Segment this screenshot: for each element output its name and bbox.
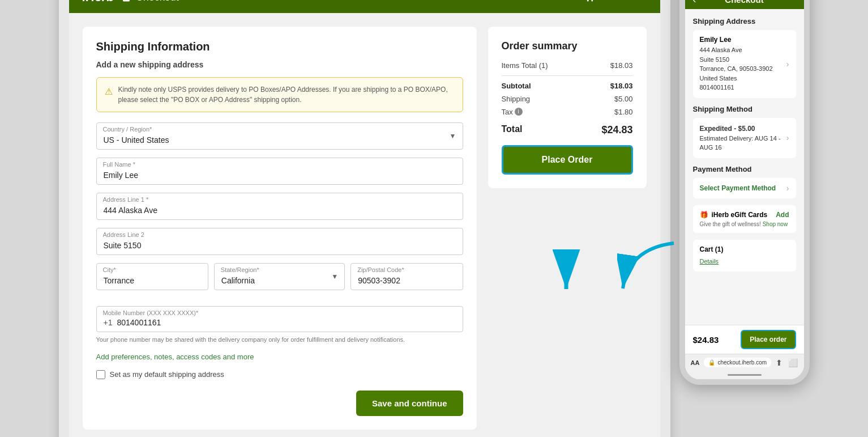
country-label: Country / Region* <box>103 126 152 133</box>
default-address-checkbox[interactable] <box>96 370 105 379</box>
place-order-button[interactable]: Place Order <box>502 145 633 175</box>
shipping-subtitle: Add a new shipping address <box>96 60 463 69</box>
shop-now-link[interactable]: Shop now <box>763 221 788 227</box>
phone-url-domain[interactable]: 🔒 checkout.iherb.com <box>704 358 771 367</box>
address1-label: Address Line 1 * <box>103 196 149 203</box>
header-left: iHerb Checkout <box>83 0 179 5</box>
warning-icon: ⚠ <box>105 85 113 105</box>
items-total-label: Items Total (1) <box>502 61 548 70</box>
phone-checkout-title: Checkout <box>725 0 763 5</box>
phone-shipping-address-title: Shipping Address <box>693 17 796 26</box>
items-total-value: $18.03 <box>610 61 633 70</box>
state-field: State/Region* California ▼ <box>214 263 345 290</box>
iherb-logo: iHerb <box>83 0 114 5</box>
save-continue-button[interactable]: Save and continue <box>356 391 463 416</box>
order-summary-title: Order summary <box>502 40 633 52</box>
subtotal-label: Subtotal <box>502 82 531 90</box>
city-label: City* <box>103 266 116 273</box>
address2-input[interactable] <box>96 228 463 255</box>
return-to-cart-label: Return to cart <box>598 0 647 2</box>
phone-shipping-method: Expedited - $5.00 <box>700 124 786 134</box>
payment-chevron-icon: › <box>786 184 789 193</box>
subtotal-row: Subtotal $18.03 <box>502 82 633 90</box>
phone-input[interactable] <box>117 318 455 327</box>
order-panel: Order summary Items Total (1) $18.03 Sub… <box>488 27 647 188</box>
address-chevron-icon: › <box>786 60 789 69</box>
phone-delivery-estimate: Estimated Delivery: AUG 14 - AUG 16 <box>700 134 786 152</box>
lock-small-icon: 🔒 <box>708 359 715 366</box>
phone-label: Mobile Number (XXX XXX XXXX)* <box>103 309 199 316</box>
phone-cart-details-link[interactable]: Details <box>700 258 719 265</box>
phone-select-payment-link[interactable]: Select Payment Method <box>700 184 776 192</box>
phone-gift-card-section: 🎁 iHerb eGift Cards Add Give the gift of… <box>693 205 796 233</box>
shipping-chevron-icon: › <box>786 133 789 142</box>
phone-cart-section: Cart (1) Details <box>693 240 796 271</box>
address2-label: Address Line 2 <box>103 231 144 238</box>
gift-card-title-text: iHerb eGift Cards <box>712 211 768 219</box>
phone-url-text: checkout.iherb.com <box>717 359 767 366</box>
default-address-row: Set as my default shipping address <box>96 370 463 379</box>
lock-icon <box>121 0 131 2</box>
cart-icon <box>585 0 595 2</box>
items-total-row: Items Total (1) $18.03 <box>502 61 633 70</box>
total-row: Total $24.83 <box>502 124 633 136</box>
phone-gift-add-button[interactable]: Add <box>776 211 789 219</box>
share-icon[interactable]: ⬆ <box>776 358 783 367</box>
phone-address-line3: Torrance, CA, 90503-3902 <box>700 64 773 74</box>
country-field: Country / Region* US - United States ▼ <box>96 122 463 150</box>
tax-info-icon: i <box>515 108 523 116</box>
city-field: City* <box>96 263 208 290</box>
address1-input[interactable] <box>96 193 463 220</box>
phone-bottom-bar: $24.83 Place order <box>685 325 804 354</box>
zip-label: Zip/Postal Code* <box>357 266 404 273</box>
phone-header: ‹ Checkout <box>685 0 804 9</box>
phone-content[interactable]: Shipping Address Emily Lee 444 Alaska Av… <box>685 9 804 325</box>
phone-cart-total: $24.83 <box>693 335 719 345</box>
phone-url-bar[interactable]: AA 🔒 checkout.iherb.com ⬆ ⬜ ⊞ <box>685 354 804 371</box>
warning-text: Kindly note only USPS provides delivery … <box>118 84 455 105</box>
zip-field: Zip/Postal Code* <box>350 263 463 290</box>
phone-nav-icons: ⬆ ⬜ ⊞ <box>776 358 809 367</box>
phone-shipping-card[interactable]: Expedited - $5.00 Estimated Delivery: AU… <box>693 118 796 158</box>
order-divider <box>502 75 633 76</box>
phone-address-phone: 8014001161 <box>700 83 773 92</box>
home-bar-line <box>728 374 762 376</box>
phone-place-order-button[interactable]: Place order <box>741 330 796 349</box>
phone-address-card[interactable]: Emily Lee 444 Alaska Ave Suite 5150 Torr… <box>693 30 796 98</box>
phone-url-aa[interactable]: AA <box>691 359 700 366</box>
main-content: Shipping Information Add a new shipping … <box>69 13 660 437</box>
warning-box: ⚠ Kindly note only USPS provides deliver… <box>96 77 463 112</box>
phone-address-country: United States <box>700 74 773 83</box>
preferences-link[interactable]: Add preferences, notes, access codes and… <box>96 353 463 361</box>
shipping-title: Shipping Information <box>96 40 463 53</box>
city-state-zip-row: City* State/Region* California ▼ Zip/Pos… <box>96 263 463 298</box>
phone-note: Your phone number may be shared with the… <box>96 336 463 344</box>
gift-card-icon: 🎁 <box>700 211 708 219</box>
return-to-cart-button[interactable]: Return to cart <box>585 0 647 2</box>
fullname-field: Full Name * <box>96 158 463 185</box>
address2-field: Address Line 2 <box>96 228 463 255</box>
header-checkout: Checkout <box>121 0 179 3</box>
default-address-label: Set as my default shipping address <box>110 370 224 379</box>
tax-row: Tax i $1.80 <box>502 108 633 116</box>
shipping-value: $5.00 <box>614 95 633 103</box>
new-tab-icon[interactable]: ⊞ <box>803 358 809 367</box>
phone-back-button[interactable]: ‹ <box>693 0 696 6</box>
phone-address-info: Emily Lee 444 Alaska Ave Suite 5150 Torr… <box>700 36 773 92</box>
shipping-row: Shipping $5.00 <box>502 95 633 103</box>
fullname-input[interactable] <box>96 158 463 185</box>
checkout-title: Checkout <box>136 0 179 3</box>
phone-address-line1: 444 Alaska Ave <box>700 45 773 55</box>
phone-gift-desc: Give the gift of wellness! Shop now <box>700 221 789 227</box>
phone-address-line2: Suite 5150 <box>700 55 773 65</box>
tabs-icon[interactable]: ⬜ <box>788 358 798 367</box>
tax-label: Tax <box>502 108 513 116</box>
phone-prefix: +1 <box>104 318 113 327</box>
total-label: Total <box>502 124 523 136</box>
address1-field: Address Line 1 * <box>96 193 463 220</box>
phone-payment-card[interactable]: Select Payment Method › <box>693 178 796 198</box>
phone-screen: 1:34 ▪▪▪ 5G 🔋 ‹ Checkout Shipping Addres… <box>679 0 810 385</box>
phone-payment-method-title: Payment Method <box>693 165 796 173</box>
shipping-panel: Shipping Information Add a new shipping … <box>83 27 477 429</box>
phone-gift-header: 🎁 iHerb eGift Cards Add <box>700 211 789 219</box>
